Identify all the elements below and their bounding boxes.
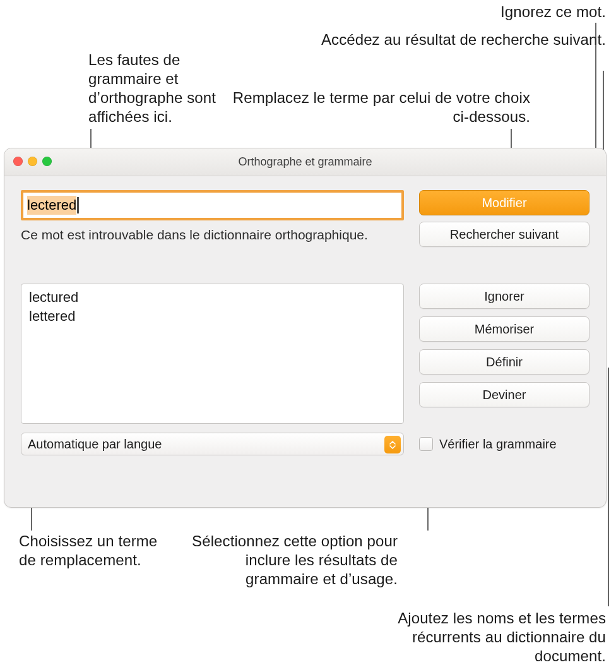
define-button[interactable]: Définir xyxy=(419,349,589,375)
traffic-lights xyxy=(13,157,52,166)
titlebar: Orthographe et grammaire xyxy=(4,148,606,176)
list-item[interactable]: lectured xyxy=(29,288,396,307)
misspelled-word: lectered xyxy=(27,196,76,215)
callout-errors: Les fautes de grammaire et d’orthographe… xyxy=(88,51,252,126)
spelling-window: Orthographe et grammaire lectered Ce mot… xyxy=(4,148,607,508)
find-next-button[interactable]: Rechercher suivant xyxy=(419,222,589,247)
callout-ignore: Ignorez ce mot. xyxy=(353,3,606,21)
check-grammar-label: Vérifier la grammaire xyxy=(439,437,557,452)
callout-grammar-opt: Sélectionnez cette option pour inclure l… xyxy=(170,532,398,589)
chevron-updown-icon xyxy=(384,436,401,453)
language-select-value: Automatique par langue xyxy=(28,437,162,452)
window-title: Orthographe et grammaire xyxy=(4,155,606,169)
minimize-icon[interactable] xyxy=(28,157,37,166)
callout-next: Accédez au résultat de recherche suivant… xyxy=(316,30,606,49)
misspelled-word-field[interactable]: lectered xyxy=(21,190,404,220)
check-grammar-checkbox[interactable] xyxy=(419,437,433,451)
suggestions-list[interactable]: lectured lettered xyxy=(21,284,404,424)
modify-button[interactable]: Modifier xyxy=(419,190,589,215)
ignore-button[interactable]: Ignorer xyxy=(419,284,589,309)
zoom-icon[interactable] xyxy=(42,157,52,166)
text-caret xyxy=(77,197,79,213)
list-item[interactable]: lettered xyxy=(29,307,396,326)
callout-replace: Remplacez le terme par celui de votre ch… xyxy=(215,88,530,126)
learn-button[interactable]: Mémoriser xyxy=(419,316,589,342)
callout-learn: Ajoutez les noms et les termes récurrent… xyxy=(353,609,606,666)
close-icon[interactable] xyxy=(13,157,23,166)
guess-button[interactable]: Deviner xyxy=(419,382,589,407)
language-select[interactable]: Automatique par langue xyxy=(21,433,404,455)
callout-choose: Choisissez un terme de remplacement. xyxy=(19,532,164,570)
status-message: Ce mot est introuvable dans le dictionna… xyxy=(21,227,404,243)
